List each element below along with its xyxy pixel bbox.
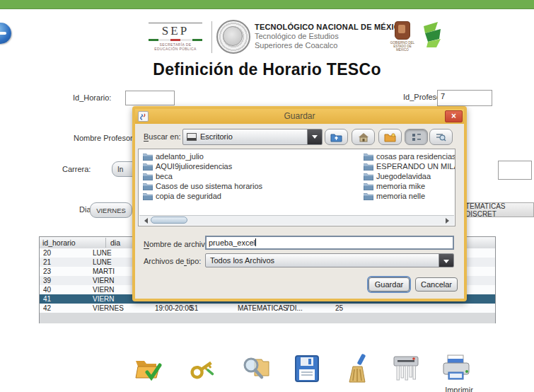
details-view-toggle[interactable] [405, 129, 428, 145]
desktop-icon [187, 133, 197, 141]
filetype-mnemonic [184, 265, 187, 266]
save-button[interactable]: Guardar [368, 277, 410, 292]
table-cell: 7 [286, 304, 290, 312]
table-footer [40, 313, 495, 323]
filetype-label: Archivos de tipo: [144, 257, 201, 265]
minus-glyph [0, 32, 6, 35]
edomex-logo: GOBIERNO DEL ESTADO DE MÉXICO [390, 21, 415, 52]
folder-item-label: beca [156, 172, 173, 180]
institution-name: TECNOLÓGICO NACIONAL DE MÉXICO Tecnológi… [255, 23, 406, 50]
key-icon [186, 352, 219, 385]
folder-item-label: copia de seguridad [156, 192, 221, 200]
mexico-eagle-seal-icon [216, 20, 250, 54]
table-cell: 21 [43, 258, 51, 266]
magnifier-list-icon [436, 132, 446, 142]
table-cell: 40 [43, 286, 51, 294]
table-cell: VIERN [93, 286, 115, 294]
open-folder-check-icon [132, 352, 164, 385]
institution-line2: Tecnológico de Estudios [255, 33, 406, 40]
edomex-caption2: ESTADO DE MÉXICO [393, 45, 412, 52]
seal-inner-ring [223, 26, 243, 46]
horizontal-scrollbar[interactable] [139, 215, 454, 225]
folder-item-label: memoria nelle [376, 192, 425, 200]
institution-line3: Superiores de Coacalco [255, 42, 406, 50]
new-folder-icon [384, 132, 396, 142]
id-profesor-field[interactable]: 7 [437, 90, 492, 106]
buscar-mnemonic [144, 141, 149, 142]
scroll-left-arrow-icon[interactable] [139, 216, 149, 224]
col-dia[interactable]: dia [110, 238, 120, 247]
institution-line1: TECNOLÓGICO NACIONAL DE MÉXICO [255, 23, 406, 31]
header-divider [211, 21, 212, 53]
page-title: Definición de Horario TESCo [0, 60, 534, 79]
table-cell: 25 [335, 304, 343, 312]
close-icon[interactable]: × [445, 110, 463, 122]
search-folder-icon [239, 352, 272, 385]
open-folder-button[interactable] [132, 352, 166, 386]
table-cell: 19:00-20:00 [155, 304, 192, 312]
table-cell: VIERN [93, 277, 115, 284]
id-horario-field[interactable] [125, 91, 175, 105]
filetype-value: Todos los Archivos [210, 256, 274, 265]
edomex-emblem-icon [395, 21, 410, 40]
right-edge-field[interactable] [498, 161, 532, 180]
printer-icon [440, 352, 472, 385]
home-icon [358, 132, 369, 142]
table-cell: 42 [43, 304, 51, 312]
sep-logo-text: SEP [149, 23, 202, 38]
key-button[interactable] [186, 352, 220, 386]
cancel-button[interactable]: Cancelar [415, 277, 458, 292]
details-grid-icon [412, 133, 422, 142]
filename-label: Nombre de archivo: [144, 240, 211, 248]
dia-combobox[interactable]: VIERNES [90, 202, 132, 218]
materia-combobox[interactable]: TEMATICAS DISCRET [463, 202, 534, 217]
new-folder-button[interactable] [378, 129, 402, 145]
sep-logo-caption: SECRETARÍA DE EDUCACIÓN PÚBLICA [149, 42, 202, 51]
dialog-title: Guardar [135, 111, 464, 121]
col-id-horario[interactable]: id_horario [42, 238, 76, 247]
folder-item-label: Casos de uso sistema horarios [156, 182, 262, 190]
header-separator [105, 238, 106, 248]
floppy-disk-icon [291, 352, 323, 385]
list-view-toggle[interactable] [429, 129, 453, 145]
print-button[interactable] [440, 352, 474, 386]
print-button-label: Imprimir [438, 386, 480, 392]
up-folder-icon [330, 132, 342, 142]
up-folder-button[interactable] [325, 129, 348, 145]
search-button[interactable] [239, 352, 273, 386]
combo-arrow-icon[interactable] [307, 129, 322, 144]
folder-item-label: cosas para residencias [376, 152, 455, 161]
scrollbar-thumb[interactable] [151, 217, 187, 224]
tesco-green-logo-icon [419, 21, 445, 49]
scroll-right-arrow-icon[interactable] [444, 216, 454, 224]
filetype-combobox[interactable]: Todos los Archivos [205, 253, 454, 267]
app-window: SEP SECRETARÍA DE EDUCACIÓN PÚBLICA TECN… [0, 0, 534, 392]
filename-input[interactable]: prueba_excel [205, 236, 454, 250]
buscar-en-label: Buscar en: [144, 132, 181, 141]
table-cell: LUNE [93, 258, 112, 266]
table-cell: S1 [190, 304, 198, 312]
table-row[interactable]: 42VIERNES19:00-20:00S1MATEMATICAS DI...7… [40, 304, 495, 313]
filetype-arrow-icon[interactable] [439, 254, 453, 267]
filename-mnemonic [144, 248, 149, 249]
location-combobox[interactable]: Escritorio [182, 129, 323, 145]
back-orb-icon[interactable] [0, 23, 11, 44]
carrera-label: Carrera: [62, 165, 91, 173]
table-cell: MATEMATICAS DI... [238, 304, 303, 312]
folder-item-label: adelanto_julio [156, 152, 204, 161]
clear-button[interactable] [341, 352, 375, 386]
folder-item-label: ESPERANDO UN MILAGRO [376, 162, 455, 171]
folder-item-label: memoria mike [376, 182, 425, 190]
dialog-titlebar[interactable]: Guardar × [135, 109, 464, 124]
file-list-panel[interactable]: adelanto_julioAQUI9julioresidenciasbecaC… [138, 149, 455, 226]
folder-item-label: AQUI9julioresidencias [156, 162, 232, 171]
id-horario-label: Id_Horario: [73, 93, 111, 102]
location-value: Escritorio [200, 132, 233, 141]
home-button[interactable] [352, 129, 375, 145]
folder-item-label: Juegodelavidaa [376, 172, 431, 180]
delete-button[interactable] [390, 352, 424, 386]
carrera-combobox[interactable]: In [112, 161, 133, 177]
save-record-button[interactable] [291, 352, 325, 386]
sep-logo: SEP SECRETARÍA DE EDUCACIÓN PÚBLICA [149, 23, 202, 51]
top-green-bar [0, 0, 534, 9]
